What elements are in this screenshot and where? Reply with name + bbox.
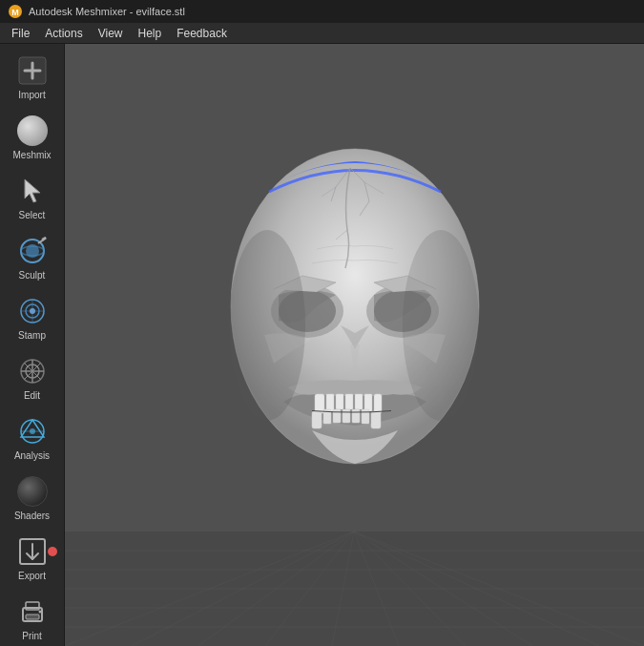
menu-view[interactable]: View — [91, 25, 131, 42]
select-label: Select — [19, 210, 46, 220]
sidebar-item-sculpt[interactable]: Sculpt — [4, 228, 61, 286]
meshmix-icon — [15, 114, 50, 148]
svg-rect-64 — [352, 409, 360, 423]
menu-help[interactable]: Help — [131, 25, 170, 42]
edit-label: Edit — [24, 390, 40, 401]
menu-file[interactable]: File — [4, 25, 37, 42]
sidebar-item-stamp[interactable]: Stamp — [4, 288, 61, 346]
svg-rect-54 — [326, 394, 334, 411]
svg-rect-66 — [371, 411, 381, 428]
import-label: Import — [18, 90, 45, 100]
main-layout: Import Meshmix Select — [0, 44, 644, 646]
menu-bar: File Actions View Help Feedback — [0, 23, 644, 44]
sculpt-icon — [15, 234, 50, 268]
shaders-icon — [15, 474, 50, 509]
select-icon — [15, 174, 50, 208]
svg-text:M: M — [11, 8, 19, 17]
svg-rect-57 — [355, 394, 363, 409]
sidebar-item-print[interactable]: Print — [4, 589, 61, 646]
sidebar-item-edit[interactable]: Edit — [4, 348, 61, 406]
svg-rect-56 — [345, 394, 353, 409]
svg-rect-63 — [343, 409, 350, 423]
sidebar: Import Meshmix Select — [0, 44, 65, 646]
svg-point-67 — [229, 230, 305, 421]
svg-rect-59 — [374, 394, 382, 413]
svg-rect-53 — [315, 394, 324, 413]
svg-point-68 — [403, 230, 479, 421]
svg-rect-65 — [362, 409, 369, 424]
menu-actions[interactable]: Actions — [37, 25, 90, 42]
svg-rect-62 — [333, 409, 341, 423]
svg-point-15 — [30, 308, 35, 314]
menu-feedback[interactable]: Feedback — [169, 25, 235, 42]
viewport-grid — [65, 531, 644, 646]
print-icon — [15, 594, 50, 629]
edit-icon — [15, 354, 50, 388]
svg-rect-55 — [336, 394, 343, 409]
export-icon — [17, 536, 48, 567]
meshmix-label: Meshmix — [12, 150, 51, 160]
3d-model — [202, 125, 508, 526]
import-icon — [15, 53, 50, 88]
sidebar-item-analysis[interactable]: Analysis — [4, 408, 61, 467]
title-text: Autodesk Meshmixer - evilface.stl — [29, 6, 185, 17]
app-icon: M — [8, 4, 23, 19]
stamp-label: Stamp — [18, 330, 46, 341]
svg-rect-30 — [26, 615, 39, 619]
svg-rect-58 — [364, 394, 372, 411]
svg-point-31 — [38, 611, 41, 614]
analysis-label: Analysis — [14, 450, 50, 461]
analysis-icon — [15, 414, 50, 448]
svg-rect-60 — [312, 411, 322, 428]
sidebar-item-export[interactable]: Export — [4, 529, 61, 587]
sidebar-item-shaders[interactable]: Shaders — [4, 469, 61, 527]
title-bar: M Autodesk Meshmixer - evilface.stl — [0, 0, 644, 23]
sculpt-label: Sculpt — [19, 270, 46, 281]
export-notification-dot — [48, 547, 57, 556]
viewport[interactable] — [65, 44, 644, 646]
svg-point-25 — [30, 428, 35, 434]
stamp-icon — [15, 294, 50, 328]
print-label: Print — [22, 631, 42, 641]
sidebar-item-select[interactable]: Select — [4, 168, 61, 226]
shaders-label: Shaders — [14, 511, 50, 521]
export-label: Export — [18, 571, 46, 581]
sidebar-item-import[interactable]: Import — [4, 48, 61, 106]
svg-marker-5 — [25, 179, 40, 202]
sidebar-item-meshmix[interactable]: Meshmix — [4, 108, 61, 166]
export-icon-area — [15, 534, 50, 569]
